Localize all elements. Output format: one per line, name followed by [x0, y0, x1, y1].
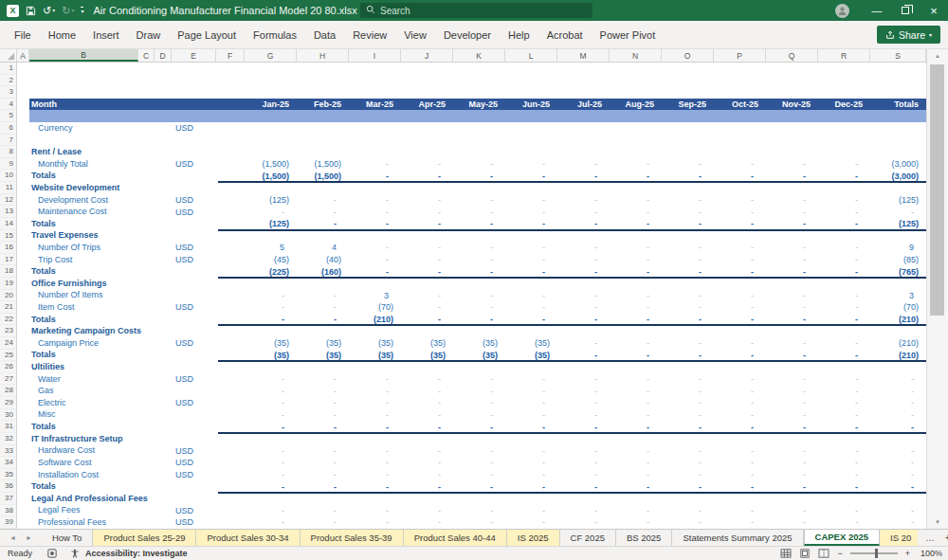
cell-r21-total[interactable]: (70) — [870, 301, 926, 314]
cell-r10c1[interactable]: (1,500) — [245, 170, 297, 182]
cell-r34c3[interactable]: - — [349, 457, 401, 469]
select-all-button[interactable] — [0, 49, 17, 62]
cell-r31-total[interactable]: - — [870, 421, 926, 433]
unit-cell-r16[interactable]: USD — [175, 243, 193, 252]
zoom-slider[interactable] — [850, 552, 898, 554]
row-header-32[interactable]: 32 — [0, 433, 17, 445]
row-header-35[interactable]: 35 — [0, 469, 17, 481]
cell-r10-total[interactable]: (3,000) — [870, 170, 926, 182]
unit-cell-r13[interactable]: USD — [175, 208, 193, 217]
column-header-Q[interactable]: Q — [766, 49, 818, 62]
month-header-label[interactable]: Month — [29, 99, 245, 109]
cell-r13c12[interactable]: - — [818, 206, 870, 218]
cell-r13c1[interactable]: - — [245, 206, 297, 218]
cell-r17c5[interactable]: - — [453, 254, 505, 266]
ribbon-tab-page-layout[interactable]: Page Layout — [169, 21, 245, 48]
cell-r27c10[interactable]: - — [714, 373, 766, 386]
section-label-website-development[interactable]: Website Development — [17, 184, 119, 192]
cell-r27c3[interactable]: - — [349, 373, 401, 386]
cell-r34c6[interactable]: - — [505, 457, 557, 469]
cell-r12c5[interactable]: - — [453, 194, 505, 207]
cell-r22c8[interactable]: - — [610, 314, 662, 326]
cell-r27c6[interactable]: - — [505, 373, 557, 386]
row-header-39[interactable]: 39 — [0, 516, 17, 529]
cell-r14c10[interactable]: - — [714, 218, 766, 230]
section-label-travel-expenses[interactable]: Travel Expenses — [17, 231, 99, 240]
cell-r34c12[interactable]: - — [818, 457, 870, 469]
sheet-tab-capex-2025[interactable]: CAPEX 2025 — [804, 530, 881, 546]
cell-r39-total[interactable]: - — [870, 516, 926, 529]
cell-r17c12[interactable]: - — [818, 254, 870, 266]
cell-r38c4[interactable]: - — [401, 505, 453, 517]
cell-r33c10[interactable]: - — [714, 445, 766, 458]
cell-r12c4[interactable]: - — [401, 194, 453, 207]
cell-r29c5[interactable]: - — [453, 397, 505, 409]
search-box[interactable] — [360, 3, 592, 18]
cell-r20c5[interactable]: - — [453, 290, 505, 302]
month-header-nov-25[interactable]: Nov-25 — [766, 99, 818, 109]
section-label-office-furnishings[interactable]: Office Furnishings — [17, 280, 107, 288]
cell-r38c2[interactable]: - — [297, 505, 349, 517]
cell-r22c12[interactable]: - — [818, 314, 870, 326]
cell-r35c9[interactable]: - — [662, 469, 714, 481]
cell-r36c4[interactable]: - — [401, 480, 453, 493]
cell-r38c5[interactable]: - — [453, 505, 505, 517]
cell-r12c12[interactable]: - — [818, 194, 870, 207]
cell-r13c3[interactable]: - — [349, 206, 401, 218]
cell-r13c2[interactable]: - — [297, 206, 349, 218]
scroll-up-icon[interactable]: ▲ — [927, 49, 948, 63]
cell-r29c6[interactable]: - — [505, 397, 557, 409]
cell-r24c9[interactable]: - — [662, 337, 714, 350]
cell-r33c2[interactable]: - — [297, 445, 349, 458]
row-header-18[interactable]: 18 — [0, 265, 17, 278]
cell-r17c6[interactable]: - — [505, 254, 557, 266]
row-label-trip-cost[interactable]: Trip Cost — [17, 256, 72, 264]
sheet-tab-product-sales-30-34[interactable]: Product Sales 30-34 — [196, 530, 300, 546]
cell-r27c11[interactable]: - — [766, 373, 818, 386]
column-header-G[interactable]: G — [245, 49, 297, 62]
row-header-29[interactable]: 29 — [0, 397, 17, 409]
cell-r10c2[interactable]: (1,500) — [297, 170, 349, 182]
cell-r6c6[interactable] — [505, 122, 557, 135]
zoom-out-icon[interactable]: − — [837, 549, 842, 558]
section-label-it-infrastructure-setup[interactable]: IT Infrastructure Setup — [17, 435, 123, 443]
save-icon[interactable] — [26, 6, 36, 16]
row-label-number-of-trips[interactable]: Number Of Trips — [17, 244, 100, 252]
cell-r18c7[interactable]: - — [557, 265, 610, 278]
row-header-12[interactable]: 12 — [0, 194, 17, 207]
cell-r31c12[interactable]: - — [818, 421, 870, 433]
cell-r38-total[interactable]: - — [870, 505, 926, 517]
sheet-tab-how-to[interactable]: How To — [42, 530, 94, 546]
cell-r36c2[interactable]: - — [297, 480, 349, 493]
month-header-jan-25[interactable]: Jan-25 — [245, 99, 297, 109]
cell-r16c11[interactable]: - — [766, 242, 818, 254]
column-header-N[interactable]: N — [610, 49, 662, 62]
cell-r17c2[interactable]: (40) — [297, 254, 349, 266]
cell-r9c4[interactable]: - — [401, 158, 453, 171]
cell-r18c12[interactable]: - — [818, 265, 870, 278]
cell-r13c11[interactable]: - — [766, 206, 818, 218]
cell-r31c6[interactable]: - — [505, 421, 557, 433]
cell-r22-total[interactable]: (210) — [870, 314, 926, 326]
row-header-22[interactable]: 22 — [0, 314, 17, 326]
cell-r22c4[interactable]: - — [401, 314, 453, 326]
unit-cell-r39[interactable]: USD — [175, 517, 193, 527]
excel-app-icon[interactable]: X — [7, 5, 19, 17]
row-header-13[interactable]: 13 — [0, 206, 17, 218]
ribbon-tab-acrobat[interactable]: Acrobat — [538, 21, 592, 48]
cell-r17c4[interactable]: - — [401, 254, 453, 266]
cell-r24c5[interactable]: (35) — [453, 337, 505, 350]
cell-r21c8[interactable]: - — [610, 301, 662, 314]
ribbon-tab-insert[interactable]: Insert — [84, 21, 128, 48]
cell-r29c11[interactable]: - — [766, 397, 818, 409]
cell-r36c12[interactable]: - — [818, 480, 870, 493]
cell-r16c9[interactable]: - — [662, 242, 714, 254]
cell-r39c10[interactable]: - — [714, 516, 766, 529]
cell-r10c3[interactable]: - — [349, 170, 401, 182]
cell-r38c1[interactable]: - — [245, 505, 297, 517]
cell-r22c3[interactable]: (210) — [349, 314, 401, 326]
cell-r9c9[interactable]: - — [662, 158, 714, 171]
column-header-A[interactable]: A — [17, 49, 29, 62]
row-header-3[interactable]: 3 — [0, 86, 17, 99]
cell-r14c11[interactable]: - — [766, 218, 818, 230]
